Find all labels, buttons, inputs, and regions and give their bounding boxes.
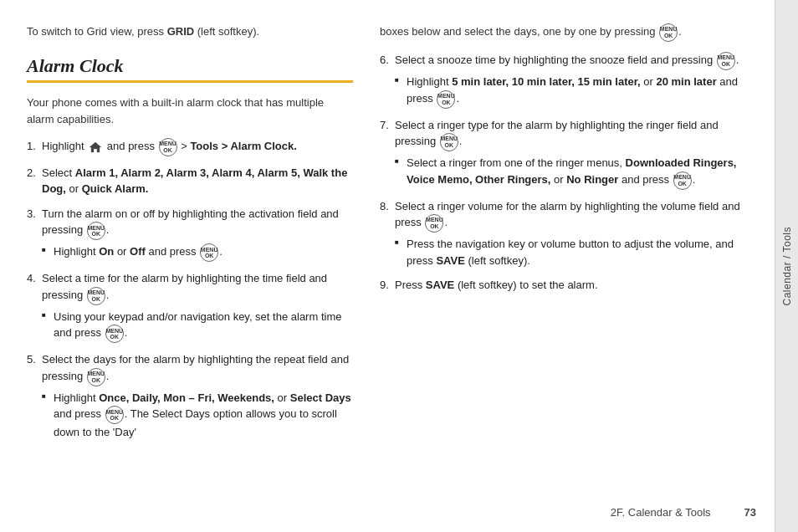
menu-ok-btn-6b: MENUOK xyxy=(437,90,455,109)
left-column: To switch to Grid view, press GRID (left… xyxy=(27,23,353,515)
section-divider xyxy=(27,80,353,83)
footer-page-number: 73 xyxy=(744,506,756,519)
step1-tools: > Tools > Alarm Clock. xyxy=(181,140,297,152)
grid-label: GRID xyxy=(167,25,195,38)
right-intro: boxes below and select the days, one by … xyxy=(380,23,748,42)
menu-ok-btn-6: MENUOK xyxy=(717,52,735,70)
menu-ok-btn-1: MENUOK xyxy=(159,138,177,156)
page-footer: 2F. Calendar & Tools 73 xyxy=(611,506,756,519)
side-tab-label: Calendar / Tools xyxy=(781,227,793,306)
step-2: Select Alarm 1, Alarm 2, Alarm 3, Alarm … xyxy=(27,165,353,197)
step-3: Turn the alarm on or off by highlighting… xyxy=(27,206,353,263)
alarm-clock-title: Alarm Clock xyxy=(27,55,353,77)
intro-text-prefix: To switch to Grid view, press xyxy=(27,25,167,38)
menu-ok-btn-7: MENUOK xyxy=(440,133,458,151)
step6-sub-period: . xyxy=(456,92,459,105)
step6-text: Select a snooze time by highlighting the… xyxy=(395,54,716,66)
side-tab: Calendar / Tools xyxy=(775,0,798,532)
intro-paragraph: To switch to Grid view, press GRID (left… xyxy=(27,23,353,40)
step3-sub: Highlight On or Off and press MENUOK. xyxy=(42,243,353,262)
menu-ok-btn-3b: MENUOK xyxy=(200,243,218,262)
menu-ok-btn-7b: MENUOK xyxy=(673,171,692,190)
step4-period: . xyxy=(106,289,110,301)
step4-sub-period: . xyxy=(125,327,128,340)
step2-text: Select Alarm 1, Alarm 2, Alarm 3, Alarm … xyxy=(42,166,347,196)
step-7: Select a ringer type for the alarm by hi… xyxy=(380,117,748,190)
menu-ok-btn-3: MENUOK xyxy=(87,222,105,240)
menu-ok-btn-5: MENUOK xyxy=(87,368,105,386)
step1-middle: and press xyxy=(107,140,158,152)
step6-sub: Highlight 5 min later, 10 min later, 15 … xyxy=(395,74,748,109)
step6-period: . xyxy=(736,54,739,66)
section-intro: Your phone comes with a built-in alarm c… xyxy=(27,95,353,128)
menu-ok-btn-4b: MENUOK xyxy=(105,325,124,343)
step8-sub: Press the navigation key or volume butto… xyxy=(395,236,748,269)
menu-ok-btn-8: MENUOK xyxy=(425,214,443,233)
step-5: Select the days for the alarm by highlig… xyxy=(27,351,353,441)
steps-list: Highlight and press MENUOK > Tools > Ala… xyxy=(27,138,353,441)
step7-period: . xyxy=(459,135,463,147)
menu-ok-btn-5b: MENUOK xyxy=(105,406,124,424)
footer-section-label: 2F. Calendar & Tools xyxy=(611,506,711,519)
main-content: To switch to Grid view, press GRID (left… xyxy=(0,0,775,532)
step5-period: . xyxy=(106,370,110,382)
step7-sub: Select a ringer from one of the ringer m… xyxy=(395,155,748,190)
step-9: Press SAVE (left softkey) to set the ala… xyxy=(380,277,748,294)
step-1: Highlight and press MENUOK > Tools > Ala… xyxy=(27,138,353,156)
home-icon xyxy=(89,141,102,153)
right-steps-list: Select a snooze time by highlighting the… xyxy=(380,52,748,294)
step4-text: Select a time for the alarm by highlight… xyxy=(42,272,327,301)
step3-sub-period: . xyxy=(219,246,223,258)
menu-ok-btn-ri: MENUOK xyxy=(659,23,678,42)
step5-sub: Highlight Once, Daily, Mon – Fri, Weeken… xyxy=(42,390,353,441)
right-column: boxes below and select the days, one by … xyxy=(380,23,748,515)
step8-period: . xyxy=(444,216,448,228)
step-8: Select a ringer volume for the alarm by … xyxy=(380,198,748,269)
intro-text-suffix: (left softkey). xyxy=(194,25,259,38)
step7-sub-period: . xyxy=(693,173,696,186)
step-4: Select a time for the alarm by highlight… xyxy=(27,270,353,343)
step1-prefix: Highlight xyxy=(42,140,87,152)
menu-ok-btn-4: MENUOK xyxy=(87,287,105,305)
step4-sub: Using your keypad and/or navigation key,… xyxy=(42,309,353,344)
step9-text: Press SAVE (left softkey) to set the ala… xyxy=(395,279,598,291)
step3-period: . xyxy=(106,224,110,237)
page-container: To switch to Grid view, press GRID (left… xyxy=(0,0,798,532)
step-6: Select a snooze time by highlighting the… xyxy=(380,52,748,109)
